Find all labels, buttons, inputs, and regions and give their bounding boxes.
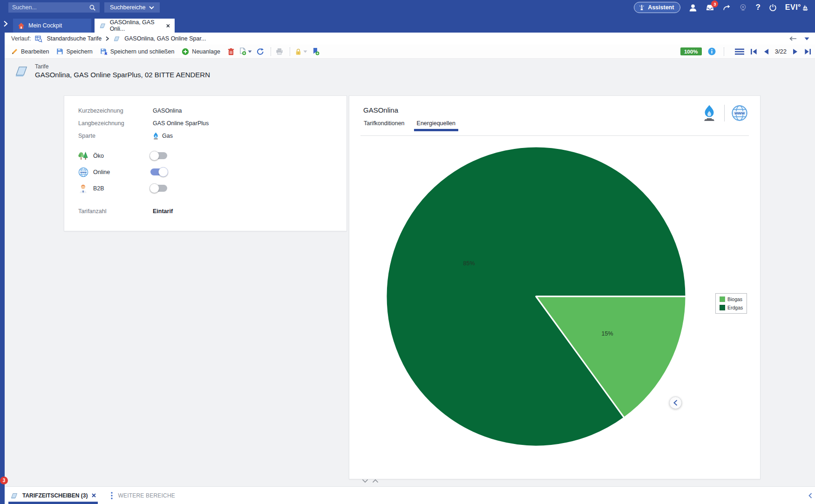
save-and-close-button[interactable]: Speichern und schließen: [100, 48, 175, 55]
tab-tarifzeitscheiben[interactable]: TARIFZEITSCHEIBEN (3): [10, 492, 99, 499]
inbox-badge: 3: [711, 0, 718, 7]
add-bookmark-button[interactable]: [312, 47, 319, 55]
power-icon[interactable]: [769, 4, 777, 12]
redo-icon[interactable]: [723, 4, 731, 11]
assistant-button[interactable]: Assistent: [634, 2, 680, 13]
refresh-button[interactable]: [257, 48, 264, 55]
document-icon: [99, 22, 106, 29]
weitere-bereiche-button[interactable]: WEITERE BEREICHE: [118, 492, 175, 499]
toolbar-right-group: 100% 3/22: [680, 47, 811, 56]
oeko-toggle[interactable]: [150, 152, 167, 159]
pie-label-biogas: 15%: [601, 330, 613, 337]
printer-icon: [276, 48, 283, 55]
floppy-icon: [56, 48, 63, 55]
new-record-button[interactable]: Neuanlage: [182, 48, 220, 55]
legend-label: Erdgas: [727, 305, 743, 310]
toolbar-separator: [271, 47, 271, 56]
www-globe-icon: www: [78, 167, 88, 177]
record-position: 3/22: [775, 48, 787, 55]
legend-label: Biogas: [727, 296, 742, 302]
last-record-icon[interactable]: [804, 48, 811, 55]
save-button[interactable]: Speichern: [56, 48, 92, 55]
lock-icon: [295, 48, 302, 55]
tab-mein-cockpit[interactable]: Mein Cockpit: [13, 19, 91, 33]
webcam-icon[interactable]: [739, 4, 747, 12]
energy-sources-card: GASOnlina www Tarifkonditionen Energiequ…: [349, 95, 761, 479]
field-value: GAS Online SparPlus: [153, 120, 209, 127]
field-label: Kurzbezeichnung: [78, 108, 153, 114]
page-header: Tarife GASOnlina, GAS Online SparPlus, 0…: [5, 59, 815, 83]
toggle-knob: [149, 183, 159, 193]
close-icon[interactable]: [166, 24, 170, 28]
print-button[interactable]: [276, 48, 283, 55]
toggle-row-oeko: Öko: [78, 148, 346, 164]
dropdown-chevron-icon[interactable]: [303, 50, 307, 53]
zoom-level-badge[interactable]: 100%: [680, 47, 702, 55]
tab-gasonlina[interactable]: GASOnlina, GAS Onli...: [95, 19, 175, 33]
window-tabbar: Mein Cockpit GASOnlina, GAS Onli...: [0, 15, 815, 33]
bottom-panel-bar: TARIFZEITSCHEIBEN (3) WEITERE BEREICHE: [5, 486, 815, 504]
field-label: Sparte: [78, 133, 153, 139]
copy-document-icon: [239, 47, 246, 55]
topbar: Suchen... Suchbereiche Assistent 3 ? EVI…: [0, 0, 815, 15]
back-arrow-icon[interactable]: [789, 36, 797, 41]
tab-label: GASOnlina, GAS Onli...: [110, 19, 163, 32]
lock-button[interactable]: [295, 48, 307, 55]
search-scope-label: Suchbereiche: [110, 4, 145, 11]
assistant-label: Assistent: [648, 4, 674, 11]
field-value: GASOnlina: [153, 108, 182, 114]
legend-item-biogas: Biogas: [720, 296, 743, 302]
chevron-down-icon: [149, 6, 154, 9]
breadcrumb-item-current[interactable]: GASOnlina, GAS Online Spar...: [124, 35, 206, 42]
online-toggle[interactable]: [150, 168, 167, 175]
menu-icon[interactable]: [735, 48, 744, 55]
save-label: Speichern: [66, 48, 92, 55]
b2b-toggle[interactable]: [150, 185, 167, 192]
person-icon: [78, 183, 88, 194]
help-button[interactable]: ?: [755, 3, 760, 12]
chevron-down-icon[interactable]: [362, 479, 368, 483]
chevron-up-icon[interactable]: [372, 479, 379, 483]
toggle-label: B2B: [89, 185, 150, 192]
search-icon[interactable]: [89, 4, 96, 11]
previous-record-icon[interactable]: [763, 48, 769, 55]
notification-badge[interactable]: 3: [0, 477, 8, 484]
dropdown-chevron-icon[interactable]: [248, 50, 252, 53]
home-icon: [18, 22, 25, 29]
toolbar-separator: [724, 47, 724, 56]
search-input[interactable]: Suchen...: [8, 2, 100, 13]
delete-button[interactable]: [228, 48, 234, 55]
next-record-icon[interactable]: [793, 48, 798, 55]
topbar-actions: Assistent 3 ? EVI°: [634, 2, 815, 13]
field-label: Tarifanzahl: [78, 208, 153, 215]
user-icon[interactable]: [689, 4, 697, 12]
svg-text:www: www: [80, 170, 87, 173]
breadcrumb-label: Verlauf:: [11, 35, 31, 42]
copy-record-button[interactable]: [239, 47, 252, 55]
field-value: Gas: [153, 132, 173, 140]
search-scope-button[interactable]: Suchbereiche: [104, 2, 160, 13]
search-placeholder: Suchen...: [12, 4, 86, 11]
sailboat-icon: [802, 4, 808, 12]
edit-button[interactable]: Bearbeiten: [11, 48, 49, 55]
inbox-button[interactable]: 3: [706, 4, 714, 11]
brand-text: EVI°: [785, 3, 801, 12]
legend-swatch: [720, 296, 725, 302]
active-bottom-tab-underline: [8, 502, 98, 504]
collapse-panel-button[interactable]: [669, 396, 682, 409]
breadcrumb-item-standardsuche[interactable]: Standardsuche Tarife: [47, 35, 102, 42]
info-icon[interactable]: [708, 47, 716, 55]
expand-chevron-right-icon[interactable]: [3, 20, 8, 27]
toggle-row-b2b: B2B: [78, 180, 346, 196]
trash-icon: [228, 48, 234, 55]
toggle-label: Öko: [89, 153, 150, 159]
close-icon[interactable]: [92, 493, 96, 497]
field-row-sparte: Sparte Gas: [78, 129, 346, 142]
toggle-knob: [149, 151, 159, 161]
legend-swatch: [720, 305, 725, 310]
first-record-icon[interactable]: [750, 48, 757, 55]
more-options-icon[interactable]: [111, 492, 113, 499]
chevron-left-icon[interactable]: [808, 493, 812, 498]
tab-label: Mein Cockpit: [28, 22, 62, 29]
history-dropdown-icon[interactable]: [804, 37, 809, 40]
